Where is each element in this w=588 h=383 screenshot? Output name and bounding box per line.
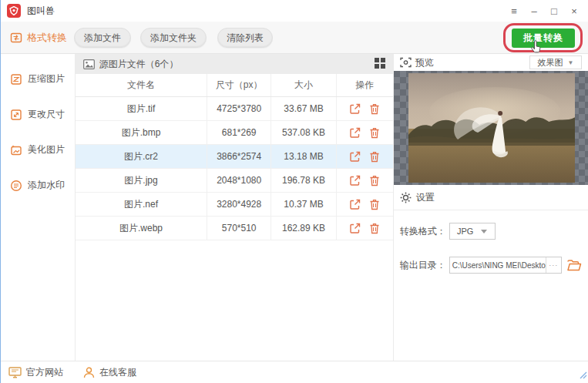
official-website-label: 官方网站: [26, 366, 63, 379]
delete-file-icon[interactable]: [369, 151, 380, 163]
image-file-icon: [83, 59, 95, 69]
preview-panel: 预览 效果图 ▼: [394, 54, 588, 361]
sidebar-item-resize[interactable]: 更改尺寸: [1, 108, 75, 121]
output-setting-row: 输出目录： C:\Users\NING MEI\Desktop' ···: [394, 257, 588, 274]
official-website-link[interactable]: 官方网站: [8, 366, 63, 379]
sidebar-item-label: 格式转换: [27, 31, 67, 45]
add-watermark-icon: [10, 180, 22, 192]
resize-grip[interactable]: [578, 368, 587, 382]
open-file-icon[interactable]: [349, 151, 361, 163]
sidebar-item-label: 添加水印: [28, 179, 65, 192]
file-actions: [337, 193, 393, 216]
format-value: JPG: [457, 227, 473, 236]
preview-icon: [400, 57, 412, 68]
table-row[interactable]: 图片.jpg 2048*1080 196.78 KB: [76, 169, 393, 193]
format-convert-icon: [10, 32, 22, 44]
app-title: 图叫兽: [27, 5, 55, 18]
format-setting-row: 转换格式： JPG: [394, 223, 588, 240]
file-name: 图片.bmp: [76, 121, 208, 144]
file-table-panel: 源图片文件（6个） 文件名 尺寸（px） 大小 操作 图片.tif 4725*3…: [76, 54, 394, 361]
window-controls: ≡ – □ ×: [506, 3, 588, 18]
file-name: 图片.cr2: [76, 145, 208, 168]
sidebar-item-watermark[interactable]: 添加水印: [1, 179, 75, 192]
file-size: 196.78 KB: [271, 169, 337, 192]
file-actions: [337, 145, 393, 168]
file-dimensions: 4725*3780: [207, 97, 271, 120]
browse-button[interactable]: ···: [546, 257, 561, 273]
open-file-icon[interactable]: [349, 103, 361, 115]
file-dimensions: 3866*2574: [207, 145, 271, 168]
sidebar: 压缩图片 更改尺寸 美化图片 添加水印: [1, 54, 76, 361]
file-size: 33.67 MB: [271, 97, 337, 120]
file-actions: [337, 169, 393, 192]
open-folder-icon[interactable]: [567, 260, 582, 271]
sidebar-item-label: 更改尺寸: [28, 108, 65, 121]
file-name: 图片.nef: [76, 193, 208, 216]
file-panel-header: 源图片文件（6个）: [76, 54, 393, 74]
chevron-down-icon: [481, 230, 487, 233]
column-header-dimensions: 尺寸（px）: [207, 74, 271, 96]
table-row[interactable]: 图片.tif 4725*3780 33.67 MB: [76, 97, 393, 121]
delete-file-icon[interactable]: [369, 199, 380, 210]
preview-mode-select[interactable]: 效果图 ▼: [529, 55, 582, 69]
file-size: 13.18 MB: [271, 145, 337, 168]
delete-file-icon[interactable]: [369, 127, 380, 139]
footer: 官方网站 在线客服: [1, 361, 588, 383]
minimize-icon[interactable]: –: [526, 3, 542, 18]
file-size: 162.89 KB: [271, 217, 337, 240]
output-directory-value: C:\Users\NING MEI\Desktop': [450, 261, 546, 270]
divider: [394, 210, 588, 210]
table-header-row: 文件名 尺寸（px） 大小 操作: [76, 74, 393, 97]
sidebar-item-label: 压缩图片: [28, 72, 65, 86]
beautify-image-icon: [10, 144, 22, 156]
open-file-icon[interactable]: [349, 127, 361, 139]
online-support-label: 在线客服: [99, 366, 136, 379]
delete-file-icon[interactable]: [369, 103, 380, 115]
table-row[interactable]: 图片.cr2 3866*2574 13.18 MB: [76, 145, 393, 169]
sidebar-item-beautify[interactable]: 美化图片: [1, 143, 75, 156]
file-actions: [337, 121, 393, 144]
file-panel-title: 源图片文件（6个）: [99, 58, 179, 71]
file-size: 537.08 KB: [271, 121, 337, 144]
settings-title: 设置: [416, 191, 435, 204]
maximize-icon[interactable]: □: [546, 3, 562, 18]
person-icon: [83, 367, 95, 378]
file-size: 10.37 MB: [271, 193, 337, 216]
sidebar-item-compress[interactable]: 压缩图片: [1, 72, 75, 86]
table-row[interactable]: 图片.bmp 681*269 537.08 KB: [76, 121, 393, 145]
batch-convert-button[interactable]: 批量转换: [512, 29, 575, 48]
file-name: 图片.webp: [76, 217, 208, 240]
main-content: 压缩图片 更改尺寸 美化图片 添加水印 源图片文件（6个）: [1, 54, 588, 361]
delete-file-icon[interactable]: [369, 175, 380, 186]
file-name: 图片.jpg: [76, 169, 208, 192]
grid-view-icon[interactable]: [375, 58, 385, 71]
open-file-icon[interactable]: [349, 199, 361, 210]
clear-list-button[interactable]: 清除列表: [217, 28, 273, 48]
column-header-name: 文件名: [76, 74, 208, 96]
compress-image-icon: [10, 73, 22, 86]
sidebar-item-label: 美化图片: [28, 143, 65, 156]
file-table-body: 图片.tif 4725*3780 33.67 MB 图片.bmp 681*269…: [76, 97, 393, 240]
delete-file-icon[interactable]: [369, 223, 380, 234]
close-icon[interactable]: ×: [566, 3, 582, 18]
menu-icon[interactable]: ≡: [506, 3, 522, 18]
add-folder-button[interactable]: 添加文件夹: [140, 28, 207, 48]
online-support-link[interactable]: 在线客服: [83, 366, 136, 379]
chevron-down-icon: ▼: [568, 59, 574, 66]
format-select[interactable]: JPG: [449, 223, 496, 240]
sidebar-item-format-convert[interactable]: 格式转换: [1, 22, 76, 54]
format-label: 转换格式：: [400, 225, 449, 238]
output-directory-input[interactable]: C:\Users\NING MEI\Desktop' ···: [449, 257, 562, 274]
open-file-icon[interactable]: [349, 223, 361, 234]
settings-header: 设置: [394, 185, 588, 205]
open-file-icon[interactable]: [349, 175, 361, 186]
table-row[interactable]: 图片.webp 570*510 162.89 KB: [76, 217, 393, 240]
gear-icon: [400, 192, 412, 203]
monitor-icon: [8, 367, 22, 378]
add-files-button[interactable]: 添加文件: [74, 28, 131, 48]
title-bar: 图叫兽 ≡ – □ ×: [1, 0, 588, 22]
preview-title: 预览: [415, 56, 434, 69]
table-row[interactable]: 图片.nef 3280*4928 10.37 MB: [76, 193, 393, 217]
preview-area: [394, 71, 588, 185]
file-dimensions: 570*510: [207, 217, 271, 240]
